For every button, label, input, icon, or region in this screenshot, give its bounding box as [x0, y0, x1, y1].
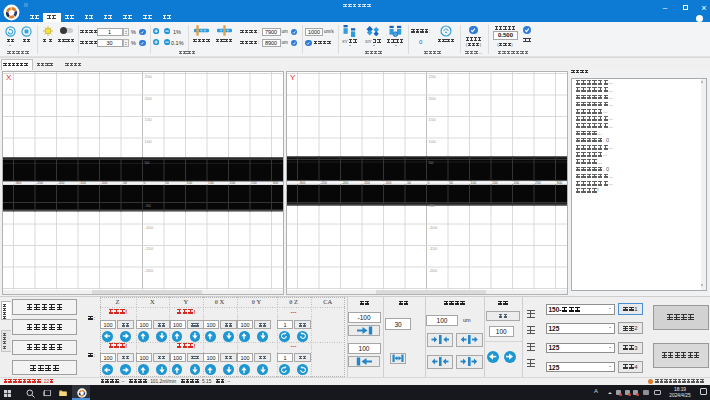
svg-text:200: 200: [145, 96, 153, 101]
svg-text:50: 50: [449, 181, 453, 185]
svg-text:100: 100: [471, 181, 477, 185]
svg-text:-50: -50: [429, 203, 436, 208]
svg-text:200: 200: [429, 96, 437, 101]
svg-text:-50: -50: [145, 203, 152, 208]
svg-text:200: 200: [514, 181, 520, 185]
svg-text:-150: -150: [145, 246, 154, 251]
svg-text:50: 50: [145, 160, 150, 165]
svg-text:50: 50: [429, 160, 434, 165]
svg-text:150: 150: [429, 117, 437, 122]
svg-text:0: 0: [428, 181, 430, 185]
svg-text:200: 200: [230, 181, 236, 185]
svg-text:250: 250: [251, 181, 257, 185]
svg-text:250: 250: [429, 74, 437, 79]
svg-text:150: 150: [492, 181, 498, 185]
svg-text:50: 50: [165, 181, 169, 185]
svg-text:100: 100: [429, 139, 437, 144]
svg-text:-100: -100: [429, 225, 438, 230]
svg-text:100: 100: [145, 139, 153, 144]
svg-text:-150: -150: [363, 181, 370, 185]
svg-text:-200: -200: [145, 268, 154, 273]
svg-text:-200: -200: [429, 268, 438, 273]
svg-text:150: 150: [208, 181, 214, 185]
svg-text:-50: -50: [406, 181, 411, 185]
svg-text:-150: -150: [429, 246, 438, 251]
svg-text:-250: -250: [36, 181, 43, 185]
svg-text:-100: -100: [385, 181, 392, 185]
svg-text:-250: -250: [320, 181, 327, 185]
svg-text:-200: -200: [342, 181, 349, 185]
svg-text:250: 250: [535, 181, 541, 185]
svg-text:250: 250: [145, 74, 153, 79]
svg-text:-300: -300: [299, 181, 306, 185]
svg-text:300: 300: [557, 181, 563, 185]
svg-text:0: 0: [144, 181, 146, 185]
svg-text:300: 300: [273, 181, 279, 185]
svg-text:100: 100: [187, 181, 193, 185]
svg-text:-150: -150: [79, 181, 86, 185]
svg-text:-200: -200: [58, 181, 65, 185]
svg-text:150: 150: [145, 117, 153, 122]
svg-text:-300: -300: [15, 181, 22, 185]
svg-text:-100: -100: [145, 225, 154, 230]
svg-text:-100: -100: [101, 181, 108, 185]
svg-text:-50: -50: [122, 181, 127, 185]
